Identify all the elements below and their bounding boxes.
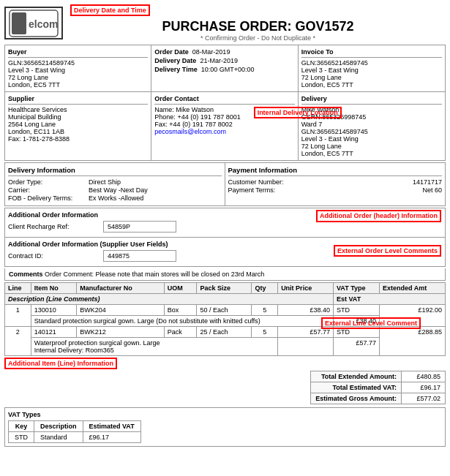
buyer-section: Buyer GLN:36565214589745 Level 3 - East … (5, 45, 151, 91)
invoice-to-gln: GLN:36565214589745 (301, 59, 442, 67)
contract-id-value: 449875 (103, 250, 176, 262)
col-header-vat-type: VAT Type (333, 283, 379, 294)
delivery-section: Delivery Mike Watson GSRN:865325998745 W… (299, 92, 445, 160)
fob-label: FOB - Delivery Terms: (8, 194, 89, 202)
customer-number-value: 14171717 (309, 178, 443, 186)
additional-order-info-section: Additional Order Information Client Rech… (4, 208, 446, 238)
supplier-address3: London, EC11 1AB (8, 128, 148, 135)
line-2-extended-amt: £288.85 (380, 327, 446, 356)
col-header-line: Line (5, 283, 31, 294)
vat-types-section: VAT Types Key Description Estimated VAT … (4, 407, 446, 447)
delivery-gln: GLN:36565214589745 (301, 128, 442, 135)
delivery-date-value: 21-Mar-2019 (200, 57, 238, 64)
table-row: 1 130010 BWK204 Box 50 / Each 5 £38.40 S… (5, 305, 446, 316)
delivery-time-value: 10:00 GMT+00:00 (201, 66, 255, 73)
col-header-uom: UOM (164, 283, 197, 294)
vat-row: STD Standard £96.17 (9, 432, 141, 443)
delivery-address1: Level 3 - East Wing (301, 135, 442, 143)
buyer-address1: Level 3 - East Wing (8, 67, 148, 74)
contact-phone-label: Phone: (154, 113, 176, 121)
col-header-extended-amt: Extended Amt (380, 283, 446, 294)
order-date-label: Order Date (154, 48, 189, 56)
line-1-number: 1 (5, 305, 31, 327)
total-vat-value: £96.17 (402, 382, 446, 393)
supplier-address1: Municipal Building (8, 113, 148, 121)
external-line-level-comment-annotation: External Line Level Comment (321, 317, 421, 329)
delivery-address3: London, EC5 7TT (301, 150, 442, 157)
order-contact-label: Order Contact (154, 95, 294, 105)
line-2-item-no: 140121 (31, 327, 76, 338)
col-header-qty: Qty (252, 283, 278, 294)
line-2-uom: Pack (164, 327, 197, 338)
delivery-label: Delivery (301, 95, 442, 105)
line-2-mfr-no: BWK212 (77, 327, 165, 338)
col-header-manufacturer-no: Manufacturer No (77, 283, 165, 294)
contract-id-label: Contract ID: (8, 252, 103, 260)
vat-col-description: Description (34, 421, 83, 432)
svg-text:elcom: elcom (29, 18, 58, 30)
col-header-est-vat: Est VAT (333, 294, 445, 305)
vat-types-label: VAT Types (8, 411, 442, 418)
supplier-user-fields-section: Additional Order Information (Supplier U… (4, 238, 446, 267)
delivery-time-label: Delivery Time (154, 66, 197, 73)
contact-name-label: Name: (154, 106, 174, 113)
col-header-description: Description (Line Comments) (5, 294, 334, 305)
line-2-internal-delivery: Internal Delivery: Room365 (34, 347, 274, 354)
table-row: Waterproof protection surgical gown. Lar… (5, 338, 446, 356)
comments-section: Comments Order Comment: Please note that… (4, 268, 446, 281)
supplier-fax: Fax: 1-781-278-8388 (8, 135, 148, 143)
gross-value: £577.02 (402, 393, 446, 404)
external-order-level-comments-annotation: External Order Level Comments (334, 245, 441, 257)
supplier-name: Healthcare Services (8, 106, 148, 113)
col-header-pack-size: Pack Size (197, 283, 252, 294)
buyer-gln: GLN:36565214589745 (8, 59, 148, 67)
delivery-date-label: Delivery Date (154, 57, 196, 64)
contact-name: Mike Watson (176, 106, 214, 113)
invoice-to-label: Invoice To (301, 48, 442, 58)
payment-info-header: Payment Information (228, 166, 443, 176)
payment-information-section: Payment Information Customer Number: 141… (225, 163, 446, 205)
line-2-number: 2 (5, 327, 31, 356)
col-header-unit-price: Unit Price (278, 283, 334, 294)
invoice-to-section: Invoice To GLN:36565214589745 Level 3 - … (299, 45, 445, 91)
delivery-date-time-annotation: Delivery Date and Time (70, 4, 150, 16)
comments-label: Comments (9, 271, 43, 278)
line-1-mfr-no: BWK204 (77, 305, 165, 316)
line-2-qty: 5 (252, 327, 278, 338)
additional-item-line-information-annotation: Additional Item (Line) Information (4, 358, 117, 369)
line-1-uom: Box (164, 305, 197, 316)
invoice-to-address2: 72 Long Lane (301, 74, 442, 81)
vat-estimated-vat: £96.17 (83, 432, 140, 443)
line-1-description: Standard protection surgical gown. Large… (31, 316, 333, 327)
table-row: Standard protection surgical gown. Large… (5, 316, 446, 327)
line-items-table: Line Item No Manufacturer No UOM Pack Si… (4, 282, 446, 356)
header-subtitle: * Confirming Order - Do Not Duplicate * (70, 34, 446, 42)
buyer-address2: 72 Long Lane (8, 74, 148, 81)
comments-text: Order Comment: Please note that main sto… (45, 271, 264, 278)
vat-col-key: Key (9, 421, 34, 432)
fob-value: Ex Works -Allowed (89, 194, 222, 202)
line-1-pack-size: 50 / Each (197, 305, 252, 316)
line-1-vat-type: STD (333, 305, 379, 316)
order-dates-section: Order Date 08-Mar-2019 Delivery Date 21-… (151, 45, 298, 91)
line-2-description: Waterproof protection surgical gown. Lar… (31, 338, 277, 356)
contact-fax: +44 (0) 191 787 8002 (169, 121, 232, 128)
header-section: Delivery Date and Time PURCHASE ORDER: G… (70, 4, 446, 42)
order-type-label: Order Type: (8, 178, 89, 186)
invoice-to-address3: London, EC5 7TT (301, 81, 442, 88)
contact-email[interactable]: pecosmails@elcom.com (154, 128, 226, 135)
col-header-item-no: Item No (31, 283, 76, 294)
vat-col-estimated-vat: Estimated VAT (83, 421, 140, 432)
carrier-value: Best Way -Next Day (89, 186, 222, 194)
contact-fax-label: Fax: (154, 121, 168, 128)
line-1-item-no: 130010 (31, 305, 76, 316)
purchase-order-title: PURCHASE ORDER: GOV1572 (70, 19, 446, 34)
vat-description: Standard (34, 432, 83, 443)
contact-phone: +44 (0) 191 787 8001 (177, 113, 240, 121)
total-extended-value: £480.85 (402, 371, 446, 382)
payment-terms-value: Net 60 (309, 186, 443, 194)
payment-terms-label: Payment Terms: (228, 186, 309, 194)
supplier-label: Supplier (8, 95, 148, 105)
customer-number-label: Customer Number: (228, 178, 309, 186)
total-extended-label: Total Extended Amount: (311, 371, 402, 382)
